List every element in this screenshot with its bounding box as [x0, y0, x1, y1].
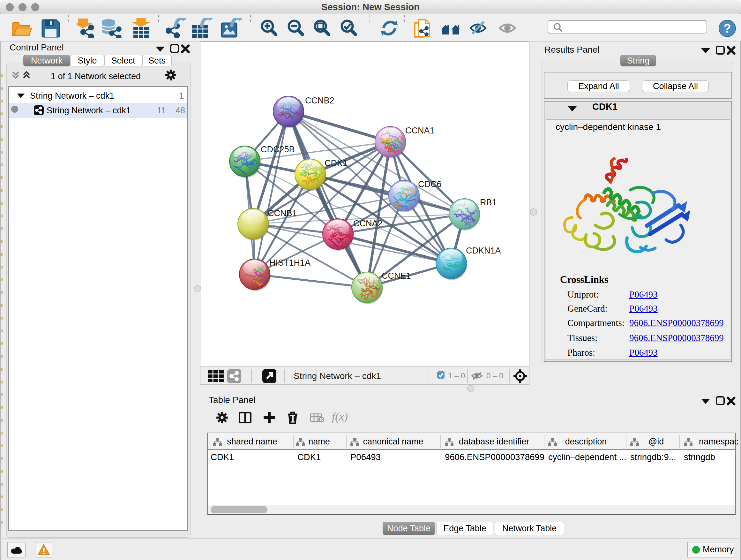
svg-text:RB1: RB1: [480, 198, 497, 207]
svg-text:CDK1: CDK1: [325, 159, 347, 168]
svg-text:HIST1H1A: HIST1H1A: [269, 258, 311, 267]
svg-text:CDKN1A: CDKN1A: [466, 246, 501, 255]
svg-text:CDC25B: CDC25B: [261, 145, 295, 154]
svg-text:CCNE1: CCNE1: [382, 271, 411, 281]
svg-text:CCNB2: CCNB2: [305, 96, 334, 105]
svg-text:CCNB1: CCNB1: [268, 208, 297, 218]
svg-text:CCNA1: CCNA1: [405, 126, 434, 135]
svg-text:?: ?: [724, 22, 731, 35]
svg-text:CCNA2: CCNA2: [353, 219, 383, 228]
svg-text:CDC6: CDC6: [418, 179, 442, 189]
